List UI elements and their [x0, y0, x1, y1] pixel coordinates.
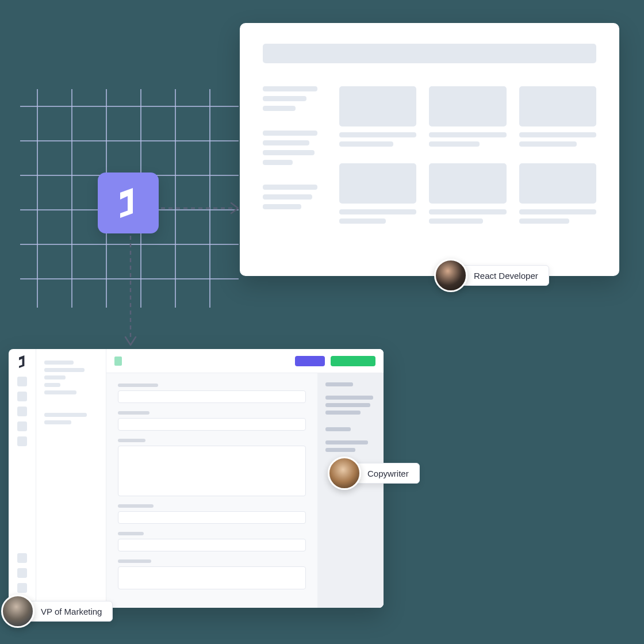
content-grid-placeholder: [339, 86, 596, 228]
avatar: [1, 595, 34, 628]
logo-tile: [98, 172, 159, 233]
hero-placeholder: [263, 44, 596, 63]
icon-rail: [9, 349, 36, 608]
graphcms-logo-icon: [116, 188, 140, 218]
avatar: [434, 259, 467, 292]
persona-copywriter: Copywriter: [328, 457, 420, 490]
avatar: [328, 457, 361, 490]
sidebar-placeholder: [263, 86, 317, 228]
arrow-down-icon: [124, 236, 137, 348]
arrow-right-icon: [161, 201, 241, 215]
persona-label: VP of Marketing: [28, 601, 113, 622]
form-area: [106, 373, 317, 608]
cms-topbar: [106, 349, 384, 373]
persona-label: React Developer: [461, 265, 549, 286]
graphcms-logo-small-icon: [17, 355, 28, 368]
right-panel: [317, 373, 384, 608]
document-icon: [114, 356, 122, 366]
website-wireframe-card: [240, 23, 619, 276]
primary-button-placeholder: [295, 356, 325, 366]
publish-button-placeholder: [331, 356, 375, 366]
persona-react-developer: React Developer: [434, 259, 549, 292]
nav-panel: [36, 349, 106, 608]
persona-vp-marketing: VP of Marketing: [1, 595, 113, 628]
persona-label: Copywriter: [354, 463, 420, 484]
